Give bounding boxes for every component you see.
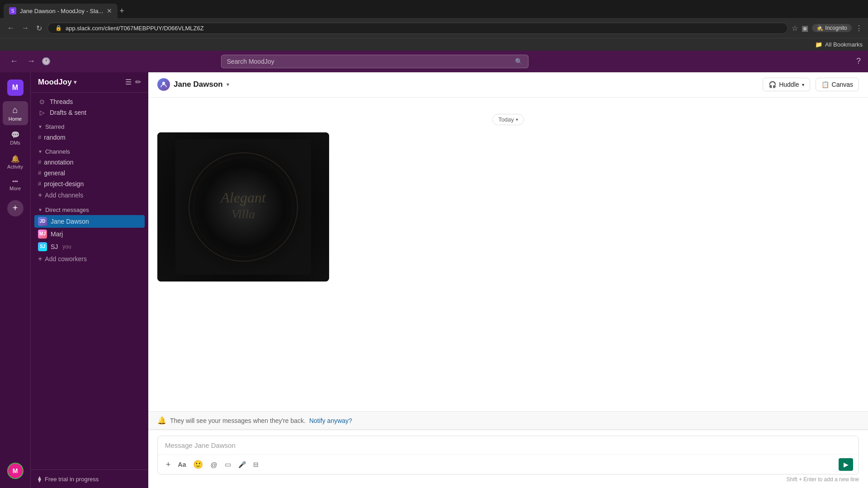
message-input-area: + Aa 🙂 @ ▭ 🎤 ⊟ ▶ Shift + Enter to add a … — [148, 430, 868, 488]
topbar-forward-button[interactable]: → — [24, 55, 38, 68]
emoji-button[interactable]: 🙂 — [190, 458, 206, 471]
canvas-button[interactable]: 📋 Canvas — [816, 78, 859, 91]
search-icon: 🔍 — [515, 58, 523, 65]
active-browser-tab[interactable]: S Jane Dawson - MoodJoy - Sla... ✕ — [4, 4, 118, 18]
format-text-button[interactable]: Aa — [175, 459, 189, 470]
hash-icon: # — [38, 134, 41, 141]
sidebar-item-random[interactable]: # random — [31, 132, 148, 143]
home-label: Home — [9, 116, 22, 122]
today-button[interactable]: Today ▾ — [492, 114, 524, 125]
topbar-help[interactable]: ? — [856, 56, 861, 66]
dm-arrow-icon: ▼ — [38, 207, 42, 212]
sidebar-header-actions: ☰ ✏ — [125, 78, 141, 86]
filter-button[interactable]: ☰ — [125, 78, 132, 86]
add-workspace-button[interactable]: + — [7, 200, 24, 216]
notification-bar: 🔔 They will see your messages when they'… — [148, 411, 868, 430]
help-icon: ? — [856, 56, 861, 66]
sidebar-item-annotation[interactable]: # annotation — [31, 157, 148, 168]
sidebar-item-drafts[interactable]: ▷ Drafts & sent — [31, 107, 148, 118]
video-button[interactable]: ▭ — [222, 459, 234, 470]
dm-item-sj[interactable]: SJ SJ you — [31, 240, 148, 253]
project-design-label: project-design — [44, 180, 84, 188]
notification-text: They will see your messages when they're… — [170, 417, 306, 424]
sidebar-header: MoodJoy ▾ ☰ ✏ — [31, 72, 148, 93]
huddle-label: Huddle — [779, 81, 799, 88]
sidebar-item-dms[interactable]: 💬 DMs — [3, 127, 28, 149]
threads-icon: ⊙ — [38, 98, 46, 105]
dms-label: DMs — [10, 140, 20, 145]
audio-button[interactable]: 🎤 — [236, 459, 249, 470]
topbar-history-button[interactable]: 🕐 — [42, 57, 51, 66]
user-avatar[interactable]: M — [7, 463, 24, 479]
header-username[interactable]: Jane Dawson — [174, 80, 223, 89]
mention-button[interactable]: @ — [208, 459, 220, 470]
dm-item-marj[interactable]: MJ Marj — [31, 228, 148, 240]
tab-favicon: S — [9, 7, 16, 14]
dm-item-jane-dawson[interactable]: JD Jane Dawson — [34, 215, 145, 228]
tab-close-button[interactable]: ✕ — [107, 7, 112, 14]
sidebar-toggle-icon[interactable]: ▣ — [802, 24, 808, 33]
free-trial-item[interactable]: ⧫ Free trial in progress — [38, 475, 141, 483]
today-chevron-icon: ▾ — [516, 117, 518, 122]
main-header-left: Jane Dawson ▾ — [157, 78, 229, 91]
add-channels-label: Add channels — [45, 192, 83, 199]
huddle-chevron-icon: ▾ — [802, 82, 804, 87]
workspace-name[interactable]: MoodJoy ▾ — [38, 78, 76, 87]
marj-label: Marj — [51, 230, 63, 238]
add-channels-button[interactable]: + Add channels — [31, 189, 148, 201]
dm-section-header[interactable]: ▼ Direct messages — [31, 205, 148, 215]
sidebar-item-project-design[interactable]: # project-design — [31, 178, 148, 189]
sidebar-item-activity[interactable]: 🔔 Activity — [3, 151, 28, 173]
menu-icon[interactable]: ⋮ — [855, 24, 863, 33]
address-bar[interactable]: 🔒 app.slack.com/client/T067MEBPPUY/D066V… — [47, 23, 788, 34]
chat-image: Alegant Villa — [157, 132, 329, 282]
add-coworkers-button[interactable]: + Add coworkers — [31, 253, 148, 265]
lock-icon: 🔒 — [55, 25, 62, 31]
threads-label: Threads — [50, 98, 73, 105]
huddle-icon: 🎧 — [769, 81, 776, 88]
message-input[interactable] — [158, 436, 859, 455]
notify-anyway-link[interactable]: Notify anyway? — [309, 417, 352, 424]
search-bar[interactable]: Search MoodJoy 🔍 — [221, 55, 528, 68]
main-header-right: 🎧 Huddle ▾ 📋 Canvas — [763, 78, 859, 91]
message-hint: Shift + Enter to add a new line — [157, 474, 859, 484]
sidebar-item-home[interactable]: ⌂ Home — [3, 101, 28, 125]
channels-section-label: Channels — [45, 148, 70, 155]
svg-point-0 — [162, 82, 165, 84]
sidebar-footer: ⧫ Free trial in progress — [31, 469, 148, 488]
starred-section-header[interactable]: ▼ Starred — [31, 122, 148, 132]
workspace-switcher[interactable]: M — [3, 76, 28, 99]
incognito-icon: 🕵 — [816, 25, 823, 31]
topbar-back-button[interactable]: ← — [7, 55, 21, 68]
send-button[interactable]: ▶ — [839, 458, 853, 471]
add-attachment-button[interactable]: + — [163, 458, 174, 471]
more-label: More — [9, 186, 21, 191]
channels-arrow-icon: ▼ — [38, 149, 42, 154]
shortcuts-button[interactable]: ⊟ — [250, 459, 261, 470]
workspace-chevron-icon: ▾ — [74, 79, 76, 85]
star-icon[interactable]: ☆ — [792, 24, 798, 33]
back-button[interactable]: ← — [5, 22, 16, 34]
sidebar-item-more[interactable]: ••• More — [3, 175, 28, 195]
search-placeholder: Search MoodJoy — [227, 58, 511, 65]
huddle-button[interactable]: 🎧 Huddle ▾ — [763, 78, 810, 91]
sidebar-item-threads[interactable]: ⊙ Threads — [31, 96, 148, 107]
sidebar-item-general[interactable]: # general — [31, 168, 148, 178]
starred-section-label: Starred — [45, 123, 65, 130]
compose-button[interactable]: ✏ — [135, 78, 141, 86]
message-input-box: + Aa 🙂 @ ▭ 🎤 ⊟ ▶ — [157, 436, 859, 474]
more-icon: ••• — [12, 178, 18, 185]
dm-section-label: Direct messages — [45, 206, 89, 213]
bookmarks-label[interactable]: All Bookmarks — [825, 41, 863, 48]
reload-button[interactable]: ↻ — [34, 22, 44, 34]
address-text: app.slack.com/client/T067MEBPPUY/D066VLM… — [66, 25, 204, 32]
channels-section-header[interactable]: ▼ Channels — [31, 146, 148, 157]
drafts-icon: ▷ — [38, 109, 46, 116]
message-toolbar: + Aa 🙂 @ ▭ 🎤 ⊟ ▶ — [158, 455, 859, 474]
sidebar: MoodJoy ▾ ☰ ✏ ⊙ Threads ▷ Drafts & sent — [31, 72, 148, 488]
header-chevron-icon: ▾ — [226, 81, 229, 88]
new-tab-button[interactable]: + — [119, 6, 124, 16]
slack-topbar: ← → 🕐 Search MoodJoy 🔍 ? — [0, 51, 868, 72]
activity-label: Activity — [7, 164, 23, 169]
forward-button[interactable]: → — [20, 22, 31, 34]
